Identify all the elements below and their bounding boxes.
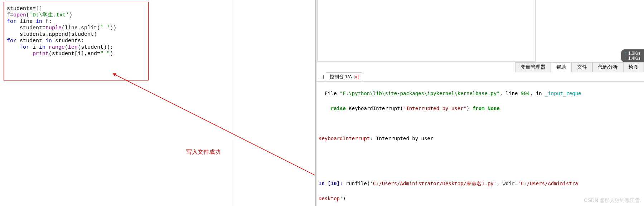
help-content-area — [317, 0, 536, 62]
traceback-line: raise KeyboardInterrupt("Interrupted by … — [319, 105, 644, 112]
traceback-line: File "F:\python\lib\site-packages\ipyker… — [319, 90, 644, 97]
download-icon: ↓ — [625, 56, 627, 61]
code-line: f=open('D:\学生.txt') — [7, 12, 145, 19]
download-speed: 1.4K/s — [628, 56, 640, 61]
upload-icon: ↑ — [625, 51, 627, 56]
upload-speed: 1.3K/s — [628, 51, 640, 56]
console-tab[interactable]: 控制台 1/A × — [326, 72, 362, 82]
console-output[interactable]: File "F:\python\lib\site-packages\ipyker… — [319, 82, 644, 206]
code-line: print(student[i],end=" ") — [7, 51, 145, 57]
blank-line — [319, 150, 644, 157]
right-pane: ↑1.3K/s ↓1.4K/s 变量管理器 帮助 文件 代码分析 绘图 控制台 … — [315, 0, 644, 206]
code-line: for i in range(len(student)): — [7, 44, 145, 51]
tab-plots[interactable]: 绘图 — [623, 62, 644, 72]
code-annotation-box: students=[] f=open('D:\学生.txt') for line… — [4, 2, 149, 80]
close-icon[interactable]: × — [354, 75, 358, 79]
blank-line — [319, 165, 644, 172]
tab-help[interactable]: 帮助 — [551, 62, 572, 72]
tab-variable-explorer[interactable]: 变量管理器 — [515, 62, 551, 72]
tab-code-analysis[interactable]: 代码分析 — [592, 62, 623, 72]
code-line: for student in students: — [7, 38, 145, 44]
network-speed-widget: ↑1.3K/s ↓1.4K/s — [621, 49, 644, 62]
svg-line-0 — [115, 74, 315, 175]
code-line: students.append(student) — [7, 31, 145, 38]
code-line: students=[] — [7, 6, 145, 12]
blank-line — [319, 120, 644, 127]
code-line: student=tuple(line.split(' ')) — [7, 25, 145, 31]
console-icon — [318, 75, 324, 79]
console-tab-bar: 控制台 1/A × — [316, 72, 644, 82]
code-editor-pane: students=[] f=open('D:\学生.txt') for line… — [0, 0, 315, 206]
annotation-label: 写入文件成功 — [186, 148, 221, 156]
code-line: for line in f: — [7, 19, 145, 25]
pane-divider — [233, 0, 233, 206]
panel-tabs: 变量管理器 帮助 文件 代码分析 绘图 — [515, 62, 644, 72]
watermark: CSDN @那人独钓寒江雪. — [584, 197, 641, 204]
input-line: In [10]: runfile('C:/Users/Administrator… — [319, 180, 644, 187]
error-line: KeyboardInterrupt: Interrupted by user — [319, 135, 644, 142]
console-tab-label: 控制台 1/A — [330, 74, 352, 80]
tab-files[interactable]: 文件 — [572, 62, 592, 72]
